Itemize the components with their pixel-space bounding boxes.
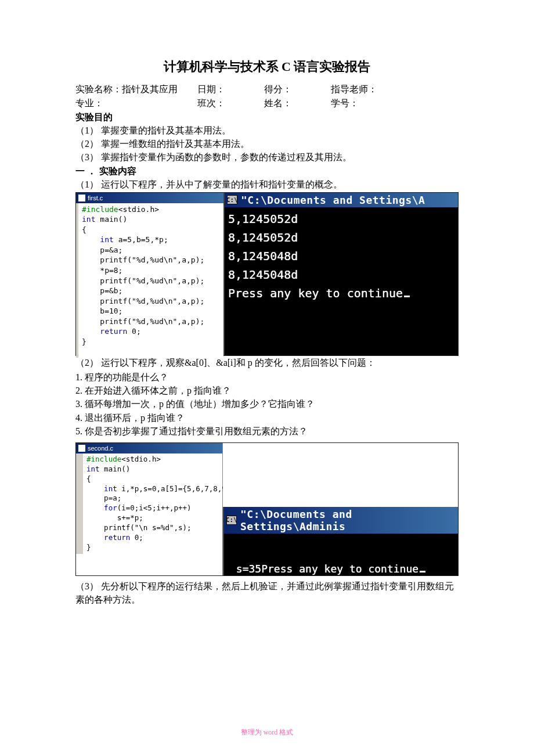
file-icon	[78, 195, 85, 201]
code-token: 0;	[135, 533, 143, 542]
console-line: 8,1245052d	[228, 231, 298, 244]
console-title-text-1: "C:\Documents and Settings\A	[241, 194, 425, 206]
code-token: return	[82, 327, 132, 336]
code-token: a=5,b=5,*p;	[118, 235, 168, 244]
code-token: p=&b;	[82, 286, 122, 295]
code-token: i,*p,s=0,a[5]={5,6,7,8,9};	[121, 484, 235, 493]
figure-2: second.c #include<stdio.h> int main() { …	[75, 442, 459, 576]
ide-filename-1: first.c	[88, 195, 103, 201]
code-token: int	[82, 215, 100, 224]
console-line: 8,1245048d	[228, 268, 298, 282]
console-output-2: s=35Press any key to continue	[224, 534, 458, 584]
question-1: 1. 程序的功能是什么？	[75, 370, 459, 384]
major-label: 专业：	[75, 96, 197, 110]
page-footer: 整理为 word 格式	[0, 728, 534, 737]
date-label: 日期：	[197, 82, 264, 96]
content-item-2: （2） 运行以下程序，观察&a[0]、&a[i]和 p 的变化，然后回答以下问题…	[75, 356, 459, 369]
code-block-2: #include<stdio.h> int main() { int i,*p,…	[76, 453, 222, 554]
content-item-3: （3） 先分析以下程序的运行结果，然后上机验证，并通过此例掌握通过指针变量引用数…	[75, 579, 459, 606]
purpose-item-2: （2） 掌握一维数组的指针及其基本用法。	[75, 137, 459, 150]
ide-titlebar-1: first.c	[76, 193, 223, 203]
code-token: int	[86, 484, 121, 493]
code-token: <stdio.h>	[121, 455, 161, 463]
score-label: 得分：	[264, 82, 331, 96]
code-token: return	[86, 533, 135, 542]
code-token: <stdio.h>	[118, 205, 159, 214]
code-token: }	[82, 337, 86, 346]
code-token: printf("%d,%ud\n",a,p);	[82, 255, 204, 264]
question-3: 3. 循环每增加一次，p 的值（地址）增加多少？它指向谁？	[75, 397, 459, 411]
class-label: 班次：	[197, 96, 264, 110]
code-token: s+=*p;	[86, 513, 143, 522]
exp-name-label: 实验名称：	[75, 82, 122, 96]
exp-name-value: 指针及其应用	[122, 82, 197, 96]
cursor-icon	[420, 571, 425, 573]
code-token: }	[86, 543, 91, 552]
code-token: b=10;	[82, 307, 122, 315]
code-token: int	[82, 235, 118, 244]
code-token: printf("%d,%ud\n",a,p);	[82, 317, 204, 326]
teacher-label: 指导老师：	[331, 82, 377, 96]
code-block-1: #include<stdio.h> int main() { int a=5,b…	[76, 203, 223, 358]
info-row-2: 专业： 班次： 姓名： 学号：	[75, 96, 459, 110]
console-line: 5,1245052d	[228, 212, 298, 226]
question-4: 4. 退出循环后，p 指向谁？	[75, 411, 459, 424]
cmd-icon: C:\	[227, 195, 237, 204]
code-token: {	[86, 474, 91, 483]
console-titlebar-1: C:\ "C:\Documents and Settings\A	[225, 193, 458, 207]
section-purpose-heading: 实验目的	[75, 111, 459, 124]
question-5: 5. 你是否初步掌握了通过指针变量引用数组元素的方法？	[75, 424, 459, 438]
sid-label: 学号：	[331, 96, 359, 110]
section-content-heading: 一 ． 实验内容	[75, 165, 459, 178]
sname-label: 姓名：	[264, 96, 331, 110]
code-token: printf("%d,%ud\n",a,p);	[82, 276, 204, 285]
code-token: printf("\n s=%d",s);	[86, 523, 192, 532]
code-token: main()	[100, 215, 127, 224]
code-token: int	[86, 465, 104, 473]
code-token: #include	[86, 455, 121, 463]
code-token: p=&a;	[82, 246, 122, 254]
code-token: printf("%d,%ud\n",a,p);	[82, 297, 204, 305]
figure-1: first.c #include<stdio.h> int main() { i…	[75, 192, 459, 356]
ide-titlebar-2: second.c	[76, 443, 222, 453]
code-token: for	[86, 503, 117, 512]
purpose-item-1: （1） 掌握变量的指针及其基本用法。	[75, 124, 459, 137]
console-title-text-2: "C:\Documents and Settings\Adminis	[240, 508, 456, 532]
console-1: C:\ "C:\Documents and Settings\A 5,12450…	[223, 193, 458, 355]
code-token: p=a;	[86, 494, 121, 502]
code-token: *p=8;	[82, 266, 122, 275]
console-line: 8,1245048d	[228, 249, 298, 263]
code-token: (i=0;i<5;i++,p++)	[117, 503, 192, 512]
console-2: C:\ "C:\Documents and Settings\Adminis s…	[223, 507, 458, 575]
console-output-1: 5,1245052d 8,1245052d 8,1245048d 8,12450…	[225, 207, 458, 355]
code-token: {	[82, 225, 86, 234]
console-titlebar-2: C:\ "C:\Documents and Settings\Adminis	[224, 507, 458, 534]
purpose-item-3: （3） 掌握指针变量作为函数的参数时，参数的传递过程及其用法。	[75, 150, 459, 164]
cmd-icon: C:\	[226, 516, 237, 525]
page-title: 计算机科学与技术系 C 语言实验报告	[75, 58, 459, 75]
code-token: 0;	[132, 327, 141, 336]
console-line: s=35Press any key to continue	[230, 563, 418, 575]
content-item-1: （1） 运行以下程序，并从中了解变量的指针和指针变量的概念。	[75, 178, 459, 191]
ide-filename-2: second.c	[88, 445, 113, 452]
file-icon	[78, 445, 85, 452]
code-token: main()	[104, 465, 130, 473]
info-row-1: 实验名称： 指针及其应用 日期： 得分： 指导老师：	[75, 82, 459, 96]
cursor-icon	[404, 296, 410, 297]
code-token: #include	[82, 205, 118, 214]
console-line: Press any key to continue	[228, 286, 403, 300]
blank-area	[223, 443, 458, 507]
question-2: 2. 在开始进入循环体之前，p 指向谁？	[75, 384, 459, 397]
